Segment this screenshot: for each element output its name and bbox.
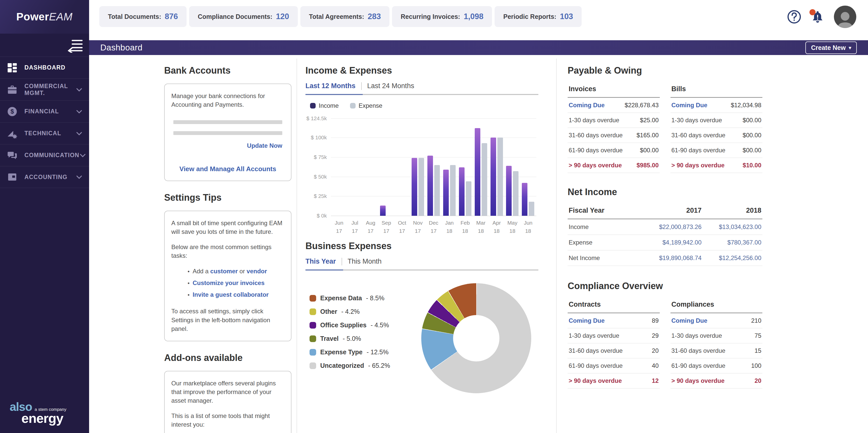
legend-value: - 8.5% [366,294,384,302]
tab-separator [342,258,342,265]
table-group-contracts: ContractsComing Due891-30 days overdue29… [568,298,660,388]
create-new-label: Create New [811,44,846,52]
notifications-icon[interactable] [810,10,825,24]
bar-income [427,155,433,216]
brand-part1: Power [16,11,49,23]
placeholder-bar [173,131,282,135]
row-value: 100 [751,362,761,369]
app-root: PowerEAM DASHBOARDCOMMERCIAL MGMT.$FINAN… [0,0,868,433]
bar-expense [513,171,519,216]
page-title: Dashboard [100,43,143,53]
stat-chip-value: 283 [368,12,381,21]
row-label: 61-90 days overdue [569,147,623,154]
row-value: 15 [754,347,761,354]
row-value: 29 [652,332,659,339]
sidebar-item-communication[interactable]: COMMUNICATION [0,144,89,166]
chat-icon [7,150,17,161]
x-axis-tick-label: Nov17 [411,219,425,235]
view-manage-accounts-link[interactable]: View and Manage All Accounts [180,165,276,173]
avatar[interactable] [834,6,856,28]
tab-this-year[interactable]: This Year [306,258,336,265]
bar-income [506,166,512,216]
placeholder-bars [173,120,282,135]
bar-group [380,206,393,216]
tab-underline [306,269,538,270]
table-group-header: Contracts [568,298,660,313]
table-row: 61-90 days overdue100 [671,358,763,373]
stat-chip-label: Total Agreements: [309,13,364,20]
row-value-2018: $780,367.00 [702,239,761,246]
help-icon[interactable] [787,10,801,24]
bar-income [475,128,480,216]
column-header: 2018 [702,207,761,214]
table-row: 31-60 days overdue$165.00 [568,128,660,143]
cards-column: Bank Accounts Manage your bank connectio… [164,55,291,433]
row-value: 40 [652,362,659,369]
y-axis-tick-label: $ 25k [306,193,327,199]
list-item: •Invite a guest collaborator [188,291,284,298]
compliance-overview-table: ContractsComing Due891-30 days overdue29… [568,298,762,388]
bank-accounts-body: Manage your bank connections for Account… [171,92,284,109]
inline-link[interactable]: Invite a guest collaborator [193,291,269,298]
stat-chip-value: 876 [165,12,178,21]
row-label: 61-90 days overdue [672,362,725,369]
sidebar-item-dashboard[interactable]: DASHBOARD [0,57,89,79]
bar-expense [497,138,503,216]
table-row: Coming Due210 [671,313,763,328]
donut-legend-item: Office Supplies - 4.5% [310,321,390,329]
inline-link[interactable]: customer [210,268,238,275]
row-label[interactable]: Coming Due [672,102,707,109]
legend-swatch [310,322,316,328]
legend-label: Uncategorized [320,362,364,369]
inline-link[interactable]: Customize your invoices [193,280,265,286]
sidebar-item-accounting[interactable]: ACCOUNTING [0,166,89,188]
bar-group [411,158,425,216]
bullet-icon: • [188,268,190,275]
legend-item-income: Income [310,102,339,109]
chart-gear-icon [7,128,17,139]
x-axis-tick-label: May18 [506,219,519,235]
svg-text:$: $ [10,108,14,115]
inline-link[interactable]: vendor [247,268,267,275]
sidebar-collapse-icon[interactable] [67,38,84,54]
table-row: Expense$4,189,942.00$780,367.00 [568,235,762,250]
bar-group [459,167,472,216]
bar-expense [434,165,440,216]
table-row: 1-30 days overdue$00.00 [671,113,763,128]
alsoenergy-logo-energy: energy [21,411,79,426]
x-axis-tick-label: Aug17 [364,219,377,235]
list-item: •Customize your invoices [188,280,284,287]
row-label: 31-60 days overdue [569,132,623,139]
tab-separator [361,82,362,90]
business-expenses-title: Business Expenses [306,241,538,251]
legend-label: Office Supplies [320,321,367,329]
tab-this-month[interactable]: This Month [348,258,382,265]
sidebar-item-technical[interactable]: TECHNICAL [0,122,89,144]
row-value-2018: $12,254,256.00 [702,255,761,262]
update-now-link[interactable]: Update Now [247,142,282,149]
row-label: 1-30 days overdue [672,332,722,339]
row-label[interactable]: Coming Due [569,317,604,324]
create-new-button[interactable]: Create New ▾ [805,41,857,54]
row-label[interactable]: Coming Due [569,102,604,109]
tab-last-24-months[interactable]: Last 24 Months [367,82,414,90]
tab-underline-active [306,94,363,95]
row-label[interactable]: Coming Due [672,317,707,324]
sidebar-item-label: DASHBOARD [25,64,83,71]
stat-chip-value: 1,098 [464,12,484,21]
table-row: > 90 days overdue$985.00 [568,158,660,173]
sidebar-item-label: COMMERCIAL MGMT. [25,83,76,96]
stat-chip-label: Compliance Documents: [198,13,272,20]
chevron-down-icon [76,130,83,137]
bar-chart: $ 124.5k$ 100k$ 75k$ 50k$ 25k$ 0k Jun17J… [306,118,538,238]
table-group-bills: BillsComing Due$12,034.981-30 days overd… [671,83,763,173]
tab-last-12-months[interactable]: Last 12 Months [306,82,355,90]
sidebar-item-commercial-mgmt[interactable]: COMMERCIAL MGMT. [0,79,89,100]
sidebar-item-financial[interactable]: $FINANCIAL [0,100,89,122]
row-value: 89 [652,317,659,324]
row-label: 61-90 days overdue [672,147,725,154]
stat-chip-label: Total Documents: [108,13,161,20]
row-value: $00.00 [640,147,658,154]
tables-column: Payable & Owing InvoicesComing Due$228,6… [568,55,762,388]
row-value-2018: $13,034,623.00 [702,223,761,231]
